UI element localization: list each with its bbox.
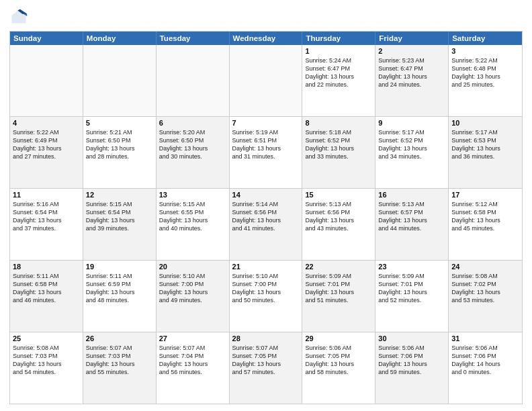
calendar-row-5: 25Sunrise: 5:08 AM Sunset: 7:03 PM Dayli…: [10, 332, 522, 404]
empty-cell-0-1: [83, 45, 157, 116]
day-number: 3: [451, 47, 519, 55]
day-cell-1: 1Sunrise: 5:24 AM Sunset: 6:47 PM Daylig…: [302, 45, 375, 116]
day-number: 1: [305, 47, 372, 55]
day-cell-30: 30Sunrise: 5:06 AM Sunset: 7:06 PM Dayli…: [375, 332, 449, 404]
calendar-header: SundayMondayTuesdayWednesdayThursdayFrid…: [10, 32, 522, 45]
day-info: Sunrise: 5:07 AM Sunset: 7:04 PM Dayligh…: [159, 344, 226, 377]
day-number: 4: [13, 119, 80, 127]
header-day-tuesday: Tuesday: [157, 32, 230, 45]
empty-cell-0-0: [10, 45, 83, 116]
day-number: 13: [159, 191, 226, 199]
day-info: Sunrise: 5:12 AM Sunset: 6:58 PM Dayligh…: [451, 200, 519, 233]
header-day-monday: Monday: [83, 32, 157, 45]
day-number: 5: [86, 119, 153, 127]
day-info: Sunrise: 5:10 AM Sunset: 7:00 PM Dayligh…: [232, 272, 300, 305]
day-info: Sunrise: 5:16 AM Sunset: 6:54 PM Dayligh…: [13, 200, 80, 233]
header-day-saturday: Saturday: [449, 32, 522, 45]
day-info: Sunrise: 5:10 AM Sunset: 7:00 PM Dayligh…: [159, 272, 226, 305]
day-info: Sunrise: 5:22 AM Sunset: 6:48 PM Dayligh…: [451, 56, 519, 89]
day-info: Sunrise: 5:07 AM Sunset: 7:03 PM Dayligh…: [86, 344, 153, 377]
calendar-body: 1Sunrise: 5:24 AM Sunset: 6:47 PM Daylig…: [10, 45, 522, 404]
day-cell-5: 5Sunrise: 5:21 AM Sunset: 6:50 PM Daylig…: [83, 117, 157, 188]
day-info: Sunrise: 5:17 AM Sunset: 6:53 PM Dayligh…: [451, 128, 519, 161]
day-info: Sunrise: 5:13 AM Sunset: 6:57 PM Dayligh…: [378, 200, 445, 233]
day-cell-7: 7Sunrise: 5:19 AM Sunset: 6:51 PM Daylig…: [230, 117, 303, 188]
day-number: 10: [451, 119, 519, 127]
header-day-sunday: Sunday: [10, 32, 83, 45]
day-number: 16: [378, 191, 445, 199]
day-number: 18: [13, 263, 80, 271]
day-info: Sunrise: 5:24 AM Sunset: 6:47 PM Dayligh…: [305, 56, 372, 89]
day-number: 31: [451, 334, 519, 342]
day-number: 23: [378, 263, 445, 271]
day-cell-9: 9Sunrise: 5:17 AM Sunset: 6:52 PM Daylig…: [375, 117, 449, 188]
day-number: 14: [232, 191, 300, 199]
day-cell-25: 25Sunrise: 5:08 AM Sunset: 7:03 PM Dayli…: [10, 332, 83, 404]
day-info: Sunrise: 5:08 AM Sunset: 7:03 PM Dayligh…: [13, 344, 80, 377]
day-cell-8: 8Sunrise: 5:18 AM Sunset: 6:52 PM Daylig…: [302, 117, 375, 188]
day-info: Sunrise: 5:15 AM Sunset: 6:54 PM Dayligh…: [86, 200, 153, 233]
day-cell-26: 26Sunrise: 5:07 AM Sunset: 7:03 PM Dayli…: [83, 332, 157, 404]
day-cell-17: 17Sunrise: 5:12 AM Sunset: 6:58 PM Dayli…: [449, 189, 522, 260]
day-info: Sunrise: 5:21 AM Sunset: 6:50 PM Dayligh…: [86, 128, 153, 161]
header-day-wednesday: Wednesday: [230, 32, 303, 45]
calendar-row-4: 18Sunrise: 5:11 AM Sunset: 6:58 PM Dayli…: [10, 261, 522, 332]
day-cell-11: 11Sunrise: 5:16 AM Sunset: 6:54 PM Dayli…: [10, 189, 83, 260]
day-info: Sunrise: 5:11 AM Sunset: 6:58 PM Dayligh…: [13, 272, 80, 305]
day-number: 24: [451, 263, 519, 271]
calendar-row-1: 1Sunrise: 5:24 AM Sunset: 6:47 PM Daylig…: [10, 45, 522, 117]
day-cell-23: 23Sunrise: 5:09 AM Sunset: 7:01 PM Dayli…: [375, 261, 449, 332]
day-cell-10: 10Sunrise: 5:17 AM Sunset: 6:53 PM Dayli…: [449, 117, 522, 188]
header: [9, 8, 523, 27]
day-number: 26: [86, 334, 153, 342]
day-info: Sunrise: 5:08 AM Sunset: 7:02 PM Dayligh…: [451, 272, 519, 305]
day-info: Sunrise: 5:07 AM Sunset: 7:05 PM Dayligh…: [232, 344, 300, 377]
day-number: 12: [86, 191, 153, 199]
day-number: 25: [13, 334, 80, 342]
day-cell-27: 27Sunrise: 5:07 AM Sunset: 7:04 PM Dayli…: [157, 332, 230, 404]
day-cell-15: 15Sunrise: 5:13 AM Sunset: 6:56 PM Dayli…: [302, 189, 375, 260]
day-info: Sunrise: 5:09 AM Sunset: 7:01 PM Dayligh…: [378, 272, 445, 305]
day-number: 15: [305, 191, 372, 199]
day-cell-20: 20Sunrise: 5:10 AM Sunset: 7:00 PM Dayli…: [157, 261, 230, 332]
day-info: Sunrise: 5:06 AM Sunset: 7:05 PM Dayligh…: [305, 344, 372, 377]
day-number: 11: [13, 191, 80, 199]
calendar: SundayMondayTuesdayWednesdayThursdayFrid…: [9, 31, 523, 404]
day-number: 27: [159, 334, 226, 342]
day-cell-2: 2Sunrise: 5:23 AM Sunset: 6:47 PM Daylig…: [375, 45, 449, 116]
day-info: Sunrise: 5:22 AM Sunset: 6:49 PM Dayligh…: [13, 128, 80, 161]
page: SundayMondayTuesdayWednesdayThursdayFrid…: [0, 0, 532, 411]
day-cell-14: 14Sunrise: 5:14 AM Sunset: 6:56 PM Dayli…: [230, 189, 303, 260]
day-cell-6: 6Sunrise: 5:20 AM Sunset: 6:50 PM Daylig…: [157, 117, 230, 188]
day-cell-16: 16Sunrise: 5:13 AM Sunset: 6:57 PM Dayli…: [375, 189, 449, 260]
empty-cell-0-3: [230, 45, 303, 116]
day-number: 21: [232, 263, 300, 271]
day-number: 8: [305, 119, 372, 127]
day-number: 28: [232, 334, 300, 342]
day-number: 9: [378, 119, 445, 127]
day-info: Sunrise: 5:20 AM Sunset: 6:50 PM Dayligh…: [159, 128, 226, 161]
day-cell-19: 19Sunrise: 5:11 AM Sunset: 6:59 PM Dayli…: [83, 261, 157, 332]
day-info: Sunrise: 5:06 AM Sunset: 7:06 PM Dayligh…: [451, 344, 519, 377]
day-number: 2: [378, 47, 445, 55]
day-info: Sunrise: 5:18 AM Sunset: 6:52 PM Dayligh…: [305, 128, 372, 161]
day-cell-22: 22Sunrise: 5:09 AM Sunset: 7:01 PM Dayli…: [302, 261, 375, 332]
day-info: Sunrise: 5:09 AM Sunset: 7:01 PM Dayligh…: [305, 272, 372, 305]
day-cell-3: 3Sunrise: 5:22 AM Sunset: 6:48 PM Daylig…: [449, 45, 522, 116]
day-number: 29: [305, 334, 372, 342]
day-number: 19: [86, 263, 153, 271]
empty-cell-0-2: [157, 45, 230, 116]
day-number: 30: [378, 334, 445, 342]
day-info: Sunrise: 5:06 AM Sunset: 7:06 PM Dayligh…: [378, 344, 445, 377]
day-cell-31: 31Sunrise: 5:06 AM Sunset: 7:06 PM Dayli…: [449, 332, 522, 404]
day-cell-13: 13Sunrise: 5:15 AM Sunset: 6:55 PM Dayli…: [157, 189, 230, 260]
calendar-row-2: 4Sunrise: 5:22 AM Sunset: 6:49 PM Daylig…: [10, 117, 522, 189]
day-info: Sunrise: 5:23 AM Sunset: 6:47 PM Dayligh…: [378, 56, 445, 89]
day-cell-4: 4Sunrise: 5:22 AM Sunset: 6:49 PM Daylig…: [10, 117, 83, 188]
day-number: 20: [159, 263, 226, 271]
day-cell-24: 24Sunrise: 5:08 AM Sunset: 7:02 PM Dayli…: [449, 261, 522, 332]
day-number: 6: [159, 119, 226, 127]
day-info: Sunrise: 5:15 AM Sunset: 6:55 PM Dayligh…: [159, 200, 226, 233]
header-day-thursday: Thursday: [302, 32, 375, 45]
day-info: Sunrise: 5:17 AM Sunset: 6:52 PM Dayligh…: [378, 128, 445, 161]
